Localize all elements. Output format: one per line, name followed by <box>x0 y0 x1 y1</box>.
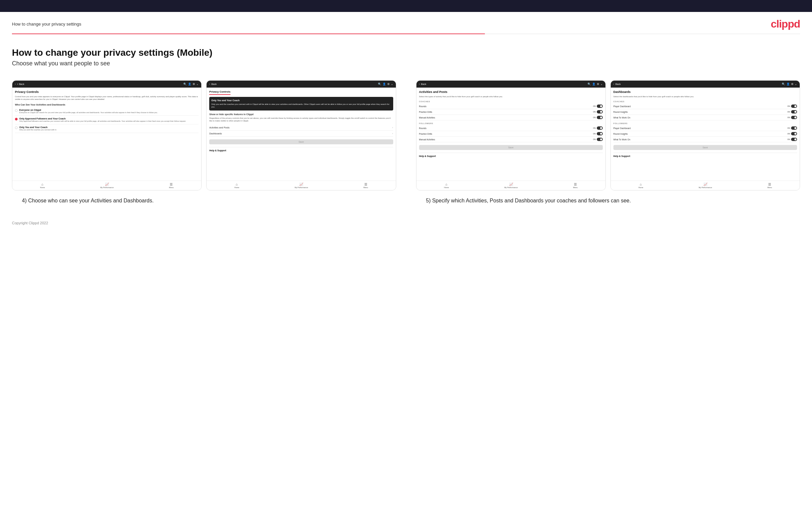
screens-1-2: ‹ < Back 🔍 👤 ⚙ ⌄ Privacy Controls Contro… <box>12 80 396 190</box>
s4-coaches-player[interactable]: Player Dashboard ON <box>613 104 797 109</box>
logo: clippd <box>771 18 800 30</box>
followers-manual[interactable]: Manual Activities ON <box>419 137 603 143</box>
settings-icon-2[interactable]: ⚙ <box>387 82 390 86</box>
screen2-back[interactable]: ‹ Back <box>209 83 216 85</box>
s4-coaches-round-insights[interactable]: Round Insights ON <box>613 109 797 115</box>
search-icon-3[interactable]: 🔍 <box>588 82 591 86</box>
screen4-mockup: ‹ Back 🔍 👤 ⚙ ⌄ Dashboards Select the das… <box>610 80 800 190</box>
footer-menu[interactable]: ☰ Menu <box>169 182 174 188</box>
more-icon-2[interactable]: ⌄ <box>391 82 393 86</box>
screen3-back[interactable]: ‹ Back <box>419 83 426 85</box>
menu-icon-4: ☰ <box>768 182 771 186</box>
s4-coaches-what-to-work[interactable]: What To Work On ON <box>613 115 797 120</box>
s4-followers-round-insights[interactable]: Round Insights ON <box>613 131 797 137</box>
help-support-2: Help & Support <box>209 147 393 152</box>
footer-menu-2[interactable]: ☰ Menu <box>363 182 368 188</box>
people-icon[interactable]: 👤 <box>188 82 191 86</box>
search-icon-2[interactable]: 🔍 <box>378 82 381 86</box>
more-icon-4[interactable]: ⌄ <box>795 82 797 86</box>
help-support-3: Help & Support <box>419 153 603 157</box>
option-everyone[interactable]: Everyone on Clippd Everyone on Clippd ca… <box>15 107 199 116</box>
toggle-s4-followers-player[interactable] <box>791 126 797 130</box>
screen4-header: ‹ Back 🔍 👤 ⚙ ⌄ <box>611 80 800 88</box>
screen1-footer: ⌂ Home 📈 My Performance ☰ Menu <box>12 180 201 190</box>
footer-home[interactable]: ⌂ Home <box>40 182 45 188</box>
screen4-back[interactable]: ‹ Back <box>613 83 621 85</box>
option-everyone-text: Everyone on Clippd Everyone on Clippd ca… <box>19 109 158 114</box>
people-icon-2[interactable]: 👤 <box>383 82 386 86</box>
header: How to change your privacy settings clip… <box>0 12 812 34</box>
footer-menu-4[interactable]: ☰ Menu <box>767 182 772 188</box>
screen2-icons: 🔍 👤 ⚙ ⌄ <box>378 82 393 86</box>
coaches-manual[interactable]: Manual Activities ON <box>419 115 603 120</box>
toggle-s4-coaches-insights[interactable] <box>791 110 797 113</box>
page-subtitle: Choose what you want people to see <box>12 60 800 67</box>
show-hide-desc: Regardless of the privacy controls that … <box>209 117 393 122</box>
more-icon-3[interactable]: ⌄ <box>601 82 603 86</box>
settings-icon-3[interactable]: ⚙ <box>597 82 599 86</box>
footer-home-3[interactable]: ⌂ Home <box>444 182 449 188</box>
dashboards-row[interactable]: Dashboards › <box>209 131 393 137</box>
activities-row[interactable]: Activities and Posts › <box>209 125 393 131</box>
toggle-s4-coaches-wtwo[interactable] <box>791 116 797 119</box>
more-icon[interactable]: ⌄ <box>196 82 199 86</box>
screen3-icons: 🔍 👤 ⚙ ⌄ <box>588 82 603 86</box>
search-icon[interactable]: 🔍 <box>183 82 187 86</box>
followers-drills[interactable]: Practice Drills ON <box>419 131 603 137</box>
toggle-s4-coaches-player[interactable] <box>791 105 797 108</box>
settings-icon[interactable]: ⚙ <box>193 82 195 86</box>
toggle-followers-manual[interactable] <box>597 138 603 141</box>
coaches-rounds[interactable]: Rounds ON <box>419 104 603 109</box>
screen1-body: Privacy Controls Control how you and you… <box>12 88 201 180</box>
help-support-4: Help & Support <box>613 153 797 157</box>
settings-icon-4[interactable]: ⚙ <box>791 82 794 86</box>
followers-rounds[interactable]: Rounds ON <box>419 125 603 131</box>
search-icon-4[interactable]: 🔍 <box>782 82 785 86</box>
option-approved[interactable]: Only Approved Followers and Your Coach O… <box>15 116 199 124</box>
footer-menu-3[interactable]: ☰ Menu <box>573 182 578 188</box>
right-column: ‹ Back 🔍 👤 ⚙ ⌄ Activities and Posts Sele… <box>416 80 800 205</box>
save-btn-3[interactable]: Save <box>419 145 603 150</box>
screen2-tab[interactable]: Privacy Controls <box>209 90 231 95</box>
option-only-you[interactable]: Only You and Your Coach Only you and the… <box>15 124 199 133</box>
save-btn-4[interactable]: Save <box>613 145 797 150</box>
footer-performance-2[interactable]: 📈 My Performance <box>295 182 308 188</box>
radio-approved[interactable] <box>15 118 17 120</box>
footer-home-4[interactable]: ⌂ Home <box>638 182 643 188</box>
chart-icon-2: 📈 <box>299 182 303 186</box>
screen1-title: Privacy Controls <box>15 90 199 94</box>
screen2-body: Privacy Controls Only You and Your Coach… <box>207 88 396 180</box>
people-icon-3[interactable]: 👤 <box>592 82 596 86</box>
menu-icon-3: ☰ <box>574 182 577 186</box>
radio-everyone[interactable] <box>15 109 17 112</box>
screen2-footer: ⌂ Home 📈 My Performance ☰ Menu <box>207 180 396 190</box>
main-content: How to change your privacy settings (Mob… <box>0 34 812 245</box>
footer-home-2[interactable]: ⌂ Home <box>235 182 240 188</box>
breadcrumb: How to change your privacy settings <box>12 21 81 26</box>
radio-only-you[interactable] <box>15 126 17 129</box>
people-icon-4[interactable]: 👤 <box>786 82 790 86</box>
toggle-coaches-manual[interactable] <box>597 116 603 119</box>
toggle-coaches-rounds[interactable] <box>597 105 603 108</box>
footer-performance-3[interactable]: 📈 My Performance <box>504 182 517 188</box>
toggle-s4-followers-wtwo[interactable] <box>791 138 797 141</box>
screen4-footer: ⌂ Home 📈 My Performance ☰ Menu <box>611 180 800 190</box>
toggle-s4-followers-insights[interactable] <box>791 132 797 135</box>
screens-3-4: ‹ Back 🔍 👤 ⚙ ⌄ Activities and Posts Sele… <box>416 80 800 190</box>
save-btn-2[interactable]: Save <box>209 139 393 144</box>
screen2-header: ‹ Back 🔍 👤 ⚙ ⌄ <box>207 80 396 88</box>
screen1-back[interactable]: ‹ < Back <box>15 83 24 85</box>
s4-followers-player[interactable]: Player Dashboard ON <box>613 125 797 131</box>
toggle-followers-drills[interactable] <box>597 132 603 135</box>
screen3-title: Activities and Posts <box>419 90 603 94</box>
toggle-coaches-drills[interactable] <box>597 110 603 113</box>
screen1-header: ‹ < Back 🔍 👤 ⚙ ⌄ <box>12 80 201 88</box>
s4-followers-what-to-work[interactable]: What To Work On ON <box>613 137 797 143</box>
page-title: How to change your privacy settings (Mob… <box>12 48 800 58</box>
toggle-followers-rounds[interactable] <box>597 126 603 130</box>
home-icon-3: ⌂ <box>445 182 447 186</box>
coaches-drills[interactable]: Practice Drills ON <box>419 109 603 115</box>
footer-performance[interactable]: 📈 My Performance <box>100 182 114 188</box>
screen4-title: Dashboards <box>613 90 797 94</box>
footer-performance-4[interactable]: 📈 My Performance <box>699 182 712 188</box>
